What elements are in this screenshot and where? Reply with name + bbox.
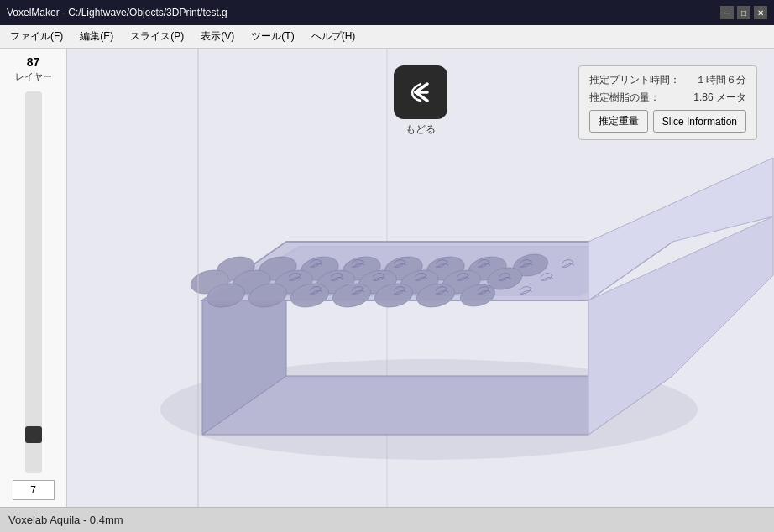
slice-info-button[interactable]: Slice Information (653, 110, 746, 133)
menubar: ファイル(F) 編集(E) スライス(P) 表示(V) ツール(T) ヘルプ(H… (0, 25, 774, 49)
menu-slice[interactable]: スライス(P) (123, 26, 191, 47)
layer-count: 87 (27, 55, 40, 69)
layer-slider[interactable] (25, 91, 42, 473)
menu-tools[interactable]: ツール(T) (244, 26, 301, 47)
print-time-label: 推定プリント時間： (589, 73, 680, 87)
window-title: VoxelMaker - C:/Lightwave/Objects/3DPrin… (7, 7, 227, 18)
menu-file[interactable]: ファイル(F) (3, 26, 70, 47)
print-time-row: 推定プリント時間： １時間６分 (589, 73, 746, 87)
status-text: Voxelab Aquila - 0.4mm (8, 514, 123, 526)
viewport[interactable]: もどる 推定プリント時間： １時間６分 推定樹脂の量： 1.86 メータ 推定重… (67, 49, 774, 507)
layer-label: レイヤー (15, 70, 52, 83)
slider-thumb[interactable] (25, 426, 42, 443)
info-panel: 推定プリント時間： １時間６分 推定樹脂の量： 1.86 メータ 推定重量 Sl… (578, 65, 757, 140)
close-button[interactable]: ✕ (754, 6, 767, 19)
back-label: もどる (405, 123, 436, 137)
titlebar-controls: ─ □ ✕ (720, 6, 767, 19)
main-area: 87 レイヤー 7 (0, 49, 774, 507)
resin-row: 推定樹脂の量： 1.86 メータ (589, 91, 746, 105)
weight-button[interactable]: 推定重量 (589, 110, 648, 133)
slider-panel: 87 レイヤー 7 (0, 49, 67, 507)
statusbar: Voxelab Aquila - 0.4mm (0, 507, 774, 532)
menu-help[interactable]: ヘルプ(H) (305, 26, 363, 47)
info-buttons: 推定重量 Slice Information (589, 110, 746, 133)
menu-view[interactable]: 表示(V) (194, 26, 241, 47)
maximize-button[interactable]: □ (737, 6, 750, 19)
resin-value: 1.86 メータ (693, 91, 746, 105)
back-icon (394, 65, 447, 119)
back-button[interactable]: もどる (394, 65, 447, 137)
print-time-value: １時間６分 (696, 73, 746, 87)
resin-label: 推定樹脂の量： (589, 91, 660, 105)
menu-edit[interactable]: 編集(E) (73, 26, 120, 47)
minimize-button[interactable]: ─ (720, 6, 734, 19)
titlebar: VoxelMaker - C:/Lightwave/Objects/3DPrin… (0, 0, 774, 25)
layer-number-box[interactable]: 7 (13, 480, 55, 500)
